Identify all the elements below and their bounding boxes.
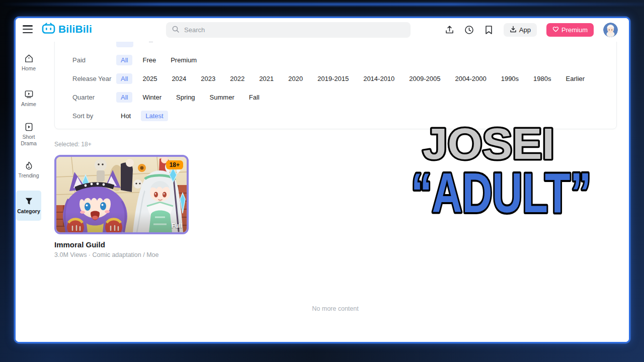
filter-options: AllFreePremium bbox=[116, 55, 201, 65]
bilibili-logo[interactable]: BiliBili bbox=[42, 23, 92, 36]
sidebar-item-trending[interactable]: Trending bbox=[16, 155, 41, 185]
filter-option[interactable]: 1980s bbox=[529, 73, 555, 84]
filter-label: Sort by bbox=[72, 112, 116, 120]
clipped-option-mark bbox=[149, 42, 153, 42]
top-navbar: BiliBili App bbox=[16, 18, 629, 42]
sidebar-item-category[interactable]: Category bbox=[16, 191, 41, 221]
filter-options: AllWinterSpringSummerFall bbox=[116, 92, 264, 103]
age-rating-badge: 18+ bbox=[166, 160, 183, 169]
premium-button-label: Premium bbox=[561, 26, 588, 34]
filter-option[interactable]: Earlier bbox=[561, 73, 590, 84]
filter-option[interactable]: All bbox=[116, 55, 132, 65]
history-clock-icon[interactable] bbox=[464, 25, 474, 35]
clipped-filter-row bbox=[72, 42, 608, 51]
sidebar-label: Trending bbox=[18, 172, 39, 179]
filter-option[interactable]: 2004-2000 bbox=[451, 73, 491, 84]
sidebar-label: Category bbox=[17, 208, 40, 215]
left-sidebar: Home Anime Short Drama Trending Category bbox=[16, 42, 42, 342]
app-download-button[interactable]: App bbox=[504, 23, 537, 37]
trending-flame-icon bbox=[24, 161, 34, 170]
short-drama-icon bbox=[24, 122, 34, 132]
filter-option[interactable]: Summer bbox=[205, 92, 239, 103]
filter-row-paid: Paid AllFreePremium bbox=[72, 51, 608, 69]
menu-icon[interactable] bbox=[23, 25, 33, 33]
filter-option[interactable]: Hot bbox=[116, 111, 135, 121]
bilibili-tv-icon bbox=[42, 23, 55, 36]
anime-title[interactable]: Immoral Guild bbox=[54, 240, 189, 249]
filter-options: HotLatest bbox=[116, 111, 168, 121]
search-icon bbox=[172, 26, 179, 35]
selected-filters-note: Selected: 18+ bbox=[54, 141, 92, 148]
filter-option[interactable]: Latest bbox=[141, 111, 168, 121]
logo-wordmark: BiliBili bbox=[58, 23, 92, 35]
bookmark-icon[interactable] bbox=[484, 25, 494, 35]
category-filter-icon bbox=[24, 197, 34, 206]
filter-options: All2025202420232022202120202019-20152014… bbox=[116, 73, 589, 84]
filter-option[interactable]: 1990s bbox=[497, 73, 523, 84]
filter-row-quarter: Quarter AllWinterSpringSummerFall bbox=[72, 88, 608, 107]
filter-label: Release Year bbox=[72, 75, 116, 82]
anime-thumbnail[interactable]: 18+ Full bbox=[54, 155, 189, 234]
filter-option[interactable]: Premium bbox=[166, 55, 201, 65]
home-icon bbox=[24, 54, 34, 63]
user-avatar[interactable] bbox=[603, 23, 618, 37]
sidebar-label: Home bbox=[22, 65, 36, 72]
main-content: Paid AllFreePremium Release Year All2025… bbox=[42, 42, 629, 342]
filter-row-sort-by: Sort by HotLatest bbox=[72, 107, 608, 125]
filter-row-release-year: Release Year All202520242023202220212020… bbox=[72, 69, 608, 88]
no-more-content-text: No more content bbox=[42, 305, 629, 312]
search-bar[interactable] bbox=[166, 22, 411, 38]
filter-option[interactable]: Winter bbox=[138, 92, 166, 103]
filter-option[interactable]: 2009-2005 bbox=[405, 73, 445, 84]
filter-option[interactable]: 2021 bbox=[255, 73, 278, 84]
clipped-selected-chip[interactable] bbox=[116, 42, 133, 47]
sidebar-item-home[interactable]: Home bbox=[16, 48, 41, 78]
filter-panel: Paid AllFreePremium Release Year All2025… bbox=[54, 42, 617, 129]
app-button-label: App bbox=[519, 26, 531, 34]
filter-option[interactable]: Free bbox=[138, 55, 160, 65]
filter-option[interactable]: 2022 bbox=[225, 73, 249, 84]
anime-card[interactable]: 18+ Full Immoral Guild 3.0M Views · Comi… bbox=[54, 155, 189, 258]
filter-option[interactable]: 2023 bbox=[196, 73, 220, 84]
filter-label: Paid bbox=[72, 56, 116, 64]
search-input[interactable] bbox=[183, 26, 405, 34]
premium-button[interactable]: Premium bbox=[546, 23, 594, 37]
filter-option[interactable]: Fall bbox=[245, 92, 264, 103]
filter-option[interactable]: 2025 bbox=[138, 73, 162, 84]
sidebar-label: Short Drama bbox=[16, 134, 41, 146]
anime-icon bbox=[24, 89, 34, 99]
header-actions: App Premium bbox=[445, 18, 618, 42]
filter-option[interactable]: 2024 bbox=[167, 73, 191, 84]
anime-meta: 3.0M Views · Comic adaptation / Moe bbox=[54, 251, 189, 258]
premium-heart-icon bbox=[552, 26, 559, 34]
filter-option[interactable]: 2019-2015 bbox=[313, 73, 353, 84]
filter-option[interactable]: 2014-2010 bbox=[359, 73, 399, 84]
filter-option[interactable]: All bbox=[116, 73, 132, 84]
filter-option[interactable]: 2020 bbox=[284, 73, 307, 84]
sidebar-label: Anime bbox=[21, 101, 36, 108]
filter-label: Quarter bbox=[72, 94, 116, 101]
filter-option[interactable]: Spring bbox=[172, 92, 200, 103]
upload-icon[interactable] bbox=[445, 25, 455, 35]
filter-option[interactable]: All bbox=[116, 92, 132, 103]
full-episodes-tag: Full bbox=[172, 222, 182, 229]
sidebar-item-short-drama[interactable]: Short Drama bbox=[16, 119, 41, 149]
download-icon bbox=[510, 26, 517, 34]
sidebar-item-anime[interactable]: Anime bbox=[16, 83, 41, 114]
browser-app-window: BiliBili App bbox=[14, 17, 630, 343]
